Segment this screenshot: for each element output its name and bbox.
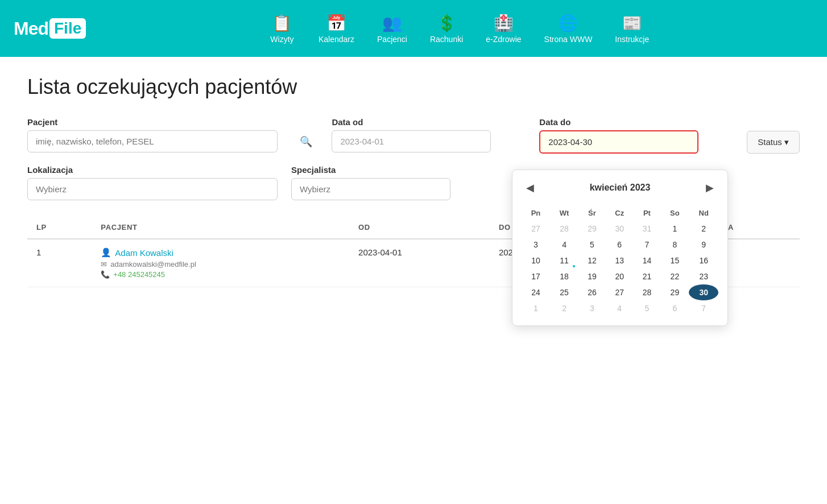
calendar-day[interactable]: 27 xyxy=(522,221,550,237)
specjalista-label: Specjalista xyxy=(291,165,450,175)
calendar-day[interactable]: 21 xyxy=(633,268,660,284)
weekday-pt: Pt xyxy=(633,205,660,221)
nav-instrukcje[interactable]: 📰 Instrukcje xyxy=(606,9,658,48)
patient-name[interactable]: 👤 Adam Kowalski xyxy=(101,247,340,258)
calendar-weekday-row: Pn Wt Śr Cz Pt So Nd xyxy=(522,205,718,221)
patient-person-icon: 👤 xyxy=(101,247,111,258)
filter-pacjent: Pacjent 🔍 xyxy=(27,117,318,152)
nav-kalendarz-label: Kalendarz xyxy=(319,35,354,44)
calendar-day[interactable]: 12 xyxy=(578,253,606,268)
nav-items: 📋 Wizyty 📅 Kalendarz 👥 Pacjenci 💲 Rachun… xyxy=(104,9,813,48)
instrukcje-icon: 📰 xyxy=(622,14,642,32)
nav-kalendarz[interactable]: 📅 Kalendarz xyxy=(309,9,363,48)
nav-wizyty[interactable]: 📋 Wizyty xyxy=(259,9,305,48)
calendar-day[interactable]: 23 xyxy=(689,268,718,284)
col-lp: LP xyxy=(27,216,92,239)
cal-next-button[interactable]: ▶ xyxy=(701,179,718,196)
calendar-day[interactable]: 6 xyxy=(660,300,689,316)
nav-pacjenci-label: Pacjenci xyxy=(377,35,407,44)
calendar-day[interactable]: 15 xyxy=(660,253,689,268)
calendar-day[interactable]: 10 xyxy=(522,253,550,268)
calendar-day[interactable]: 5 xyxy=(633,300,660,316)
calendar-day[interactable]: 26 xyxy=(578,284,606,300)
nav-rachunki-label: Rachunki xyxy=(430,35,463,44)
lokalizacja-label: Lokalizacja xyxy=(27,165,278,175)
calendar-week-row: 272829303112 xyxy=(522,221,718,237)
calendar-day[interactable]: 22 xyxy=(660,268,689,284)
cell-lp: 1 xyxy=(27,239,92,287)
data-od-label: Data od xyxy=(332,117,526,127)
calendar-day[interactable]: 5 xyxy=(578,237,606,253)
nav-pacjenci[interactable]: 👥 Pacjenci xyxy=(368,9,416,48)
calendar-week-row: 17181920212223 xyxy=(522,268,718,284)
filter-specjalista: Specjalista xyxy=(291,165,450,200)
calendar-day[interactable]: 16 xyxy=(689,253,718,268)
calendar-day[interactable]: 4 xyxy=(550,237,578,253)
calendar-day[interactable]: 2 xyxy=(550,300,578,316)
nav-e-zdrowie[interactable]: 🏥 e-Zdrowie xyxy=(477,9,530,48)
patient-phone: 📞 +48 245245245 xyxy=(101,270,340,279)
data-do-input[interactable] xyxy=(539,130,698,154)
nav-strona-www-label: Strona WWW xyxy=(544,35,593,44)
wizyty-icon: 📋 xyxy=(272,14,292,32)
search-button[interactable]: 🔍 xyxy=(300,135,312,148)
calendar-day[interactable]: 2 xyxy=(689,221,718,237)
calendar-day[interactable]: 29 xyxy=(660,284,689,300)
brand-file: File xyxy=(49,18,86,39)
calendar-week-row: 3456789 xyxy=(522,237,718,253)
kalendarz-icon: 📅 xyxy=(326,14,346,32)
calendar-day[interactable]: 17 xyxy=(522,268,550,284)
calendar-day[interactable]: 30 xyxy=(606,221,634,237)
specjalista-input[interactable] xyxy=(291,178,450,200)
cell-od: 2023-04-01 xyxy=(349,239,490,287)
weekday-pn: Pn xyxy=(522,205,550,221)
calendar-day[interactable]: 6 xyxy=(606,237,634,253)
nav-e-zdrowie-label: e-Zdrowie xyxy=(486,35,521,44)
calendar-day[interactable]: 27 xyxy=(606,284,634,300)
calendar-day[interactable]: 11 xyxy=(550,253,578,268)
calendar-day[interactable]: 3 xyxy=(522,237,550,253)
navbar: Med File 📋 Wizyty 📅 Kalendarz 👥 Pacjenci… xyxy=(0,0,827,57)
nav-rachunki[interactable]: 💲 Rachunki xyxy=(421,9,472,48)
calendar-day[interactable]: 24 xyxy=(522,284,550,300)
calendar-day[interactable]: 31 xyxy=(633,221,660,237)
brand-logo[interactable]: Med File xyxy=(14,18,86,39)
calendar-day[interactable]: 19 xyxy=(578,268,606,284)
calendar-day[interactable]: 25 xyxy=(550,284,578,300)
weekday-cz: Cz xyxy=(606,205,634,221)
col-od: OD xyxy=(349,216,490,239)
calendar-day[interactable]: 1 xyxy=(522,300,550,316)
calendar-day[interactable]: 4 xyxy=(606,300,634,316)
calendar-day[interactable]: 28 xyxy=(550,221,578,237)
calendar-day[interactable]: 13 xyxy=(606,253,634,268)
pacjent-input-wrap: 🔍 xyxy=(27,130,318,152)
calendar-day[interactable]: 7 xyxy=(689,300,718,316)
nav-wizyty-label: Wizyty xyxy=(270,35,293,44)
calendar-day[interactable]: 20 xyxy=(606,268,634,284)
cal-prev-button[interactable]: ◀ xyxy=(522,179,539,196)
calendar-day[interactable]: 14 xyxy=(633,253,660,268)
weekday-sr: Śr xyxy=(578,205,606,221)
lokalizacja-input[interactable] xyxy=(27,178,278,200)
calendar-day[interactable]: 9 xyxy=(689,237,718,253)
filter-lokalizacja: Lokalizacja xyxy=(27,165,278,200)
calendar-day[interactable]: 29 xyxy=(578,221,606,237)
calendar-day[interactable]: 28 xyxy=(633,284,660,300)
calendar-day[interactable]: 30 xyxy=(689,284,718,300)
data-od-input[interactable] xyxy=(332,130,491,152)
calendar-day[interactable]: 1 xyxy=(660,221,689,237)
pacjenci-icon: 👥 xyxy=(382,14,402,32)
status-button[interactable]: Status ▾ xyxy=(747,131,800,154)
calendar-day[interactable]: 18 xyxy=(550,268,578,284)
page-title: Lista oczekujących pacjentów xyxy=(27,75,800,99)
cell-patient: 👤 Adam Kowalski ✉ adamkowalski@medfile.p… xyxy=(92,239,349,287)
nav-strona-www[interactable]: 🌐 Strona WWW xyxy=(535,9,602,48)
weekday-so: So xyxy=(660,205,689,221)
rachunki-icon: 💲 xyxy=(437,14,457,32)
calendar-day[interactable]: 3 xyxy=(578,300,606,316)
pacjent-input[interactable] xyxy=(27,130,278,152)
main-content: Lista oczekujących pacjentów Pacjent 🔍 D… xyxy=(0,57,827,504)
calendar-day[interactable]: 7 xyxy=(633,237,660,253)
brand-med: Med xyxy=(14,18,48,39)
calendar-day[interactable]: 8 xyxy=(660,237,689,253)
